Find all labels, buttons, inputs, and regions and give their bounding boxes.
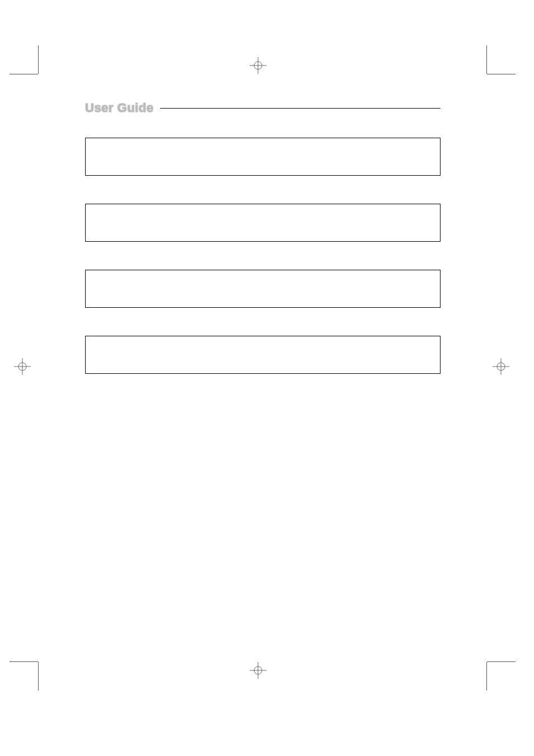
crop-mark <box>487 661 516 662</box>
crop-mark <box>486 45 487 74</box>
registration-mark-icon <box>493 358 509 375</box>
crop-mark <box>10 661 38 662</box>
crop-mark <box>38 662 39 691</box>
crop-mark <box>10 74 38 74</box>
page-title: User Guide <box>85 101 153 115</box>
crop-mark <box>486 662 487 691</box>
crop-mark <box>487 74 516 74</box>
registration-mark-icon <box>250 57 266 74</box>
empty-box <box>85 138 441 176</box>
empty-box <box>85 204 441 242</box>
crop-mark <box>38 45 39 74</box>
empty-box <box>85 270 441 308</box>
empty-box <box>85 336 441 374</box>
page-content: User Guide <box>85 101 441 402</box>
page-header: User Guide <box>85 101 441 115</box>
registration-mark-icon <box>250 662 266 679</box>
header-rule <box>160 108 441 109</box>
registration-mark-icon <box>14 358 31 375</box>
